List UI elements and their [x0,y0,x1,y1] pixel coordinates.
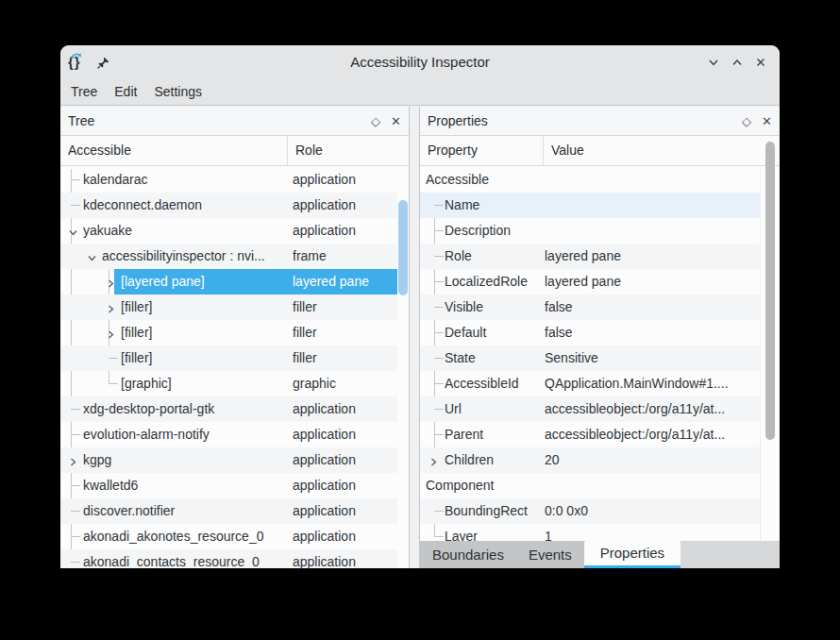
float-panel-icon[interactable]: ◇ [742,115,751,127]
tree-row[interactable]: akonadi_akonotes_resource_0application [60,524,397,549]
property-value: QApplication.MainWindow#1.... [545,371,758,396]
property-name: LocalizedRole [445,269,543,295]
property-value: 1 [545,524,758,541]
tree-scrollbar[interactable] [397,167,410,568]
property-row[interactable]: Visiblefalse [420,295,760,320]
accessibility-inspector-window: {} Accessibility Inspector [60,45,780,568]
tree-scrollbar-handle[interactable] [398,200,408,295]
tree-item-name: kwalletd6 [83,473,292,498]
close-button[interactable] [753,55,768,70]
tree-row[interactable]: [filler]filler [60,320,397,345]
property-row[interactable]: StateSensitive [420,345,760,371]
property-name: Children [445,447,543,473]
properties-panel-title: Properties [428,107,488,135]
tree-row[interactable]: kdeconnect.daemonapplication [60,193,397,218]
expander-collapsed-icon[interactable] [106,328,116,343]
column-header-cell[interactable]: Accessible [60,136,288,165]
tree-row[interactable]: xdg-desktop-portal-gtkapplication [60,396,397,422]
property-branch-stub [434,383,444,384]
tree-item-name: kalendarac [83,167,292,193]
properties-scrollbar-handle[interactable] [765,142,775,440]
tree-branch-stub [71,179,80,180]
property-row[interactable]: Parentaccessibleobject:/org/a11y/at... [420,422,760,447]
float-panel-icon[interactable]: ◇ [371,115,380,127]
property-branch-stub [434,230,444,231]
property-row[interactable]: Layer1 [420,524,760,541]
property-name: Component [426,473,543,498]
tree-row[interactable]: kwalletd6application [60,473,397,498]
tree-row[interactable]: kgpgapplication [60,447,397,473]
properties-panel-titlebar[interactable]: Properties ◇ ✕ [420,107,780,136]
tree-row[interactable]: [graphic]graphic [60,371,397,396]
tree-row[interactable]: [layered pane]layered pane [60,269,397,295]
tree-row[interactable]: [filler]filler [60,295,397,320]
property-name: AccessibleId [445,371,543,396]
tree-row[interactable]: kalendaracapplication [60,167,397,193]
property-name: State [445,345,543,371]
close-panel-icon[interactable]: ✕ [762,115,772,127]
property-value: layered pane [545,244,758,269]
tree-row[interactable]: akonadi_contacts_resource_0application [60,549,397,568]
tree-panel-titlebar[interactable]: Tree ◇ ✕ [60,107,409,136]
tree-item-role: application [293,498,395,524]
property-row[interactable]: Urlaccessibleobject:/org/a11y/at... [420,396,760,422]
column-header-cell[interactable]: Property [420,136,544,165]
minimize-button[interactable] [706,55,721,70]
property-name: Description [445,218,543,244]
tree-item-role: filler [293,295,395,320]
tab-properties[interactable]: Properties [584,541,680,568]
property-row[interactable]: Name [420,193,760,218]
expander-expanded-icon[interactable] [68,226,78,241]
property-branch-stub [434,205,444,206]
property-name: Default [445,320,543,345]
titlebar[interactable]: {} Accessibility Inspector [60,45,780,79]
tab-boundaries[interactable]: Boundaries [420,541,516,568]
tree-item-role: application [293,218,395,244]
menubar: TreeEditSettings [60,79,780,106]
tree-item-name: [graphic] [121,371,292,396]
property-branch-stub [434,281,444,282]
property-row[interactable]: Defaultfalse [420,320,760,345]
main-area: Tree ◇ ✕ AccessibleRole kalendaracapplic… [60,107,780,568]
property-branch-stub [434,409,444,410]
menu-tree[interactable]: Tree [62,79,106,105]
expander-collapsed-icon[interactable] [106,302,116,317]
expander-collapsed-icon[interactable] [68,455,78,470]
tree-item-role: filler [293,345,395,371]
properties-column-header[interactable]: PropertyValue [420,136,780,166]
property-branch-stub [434,536,444,537]
properties-scrollbar[interactable] [760,167,780,568]
tree-row[interactable]: [filler]filler [60,345,397,371]
expander-expanded-icon[interactable] [87,251,97,266]
tree-item-role: layered pane [293,269,395,295]
tree-item-name: kdeconnect.daemon [83,193,292,218]
tree-item-role: application [293,549,395,568]
tree-row[interactable]: yakuakeapplication [60,218,397,244]
property-row[interactable]: AccessibleIdQApplication.MainWindow#1...… [420,371,760,396]
property-row[interactable]: LocalizedRolelayered pane [420,269,760,295]
maximize-button[interactable] [730,55,745,70]
property-row[interactable]: Description [420,218,760,244]
column-header-cell[interactable]: Value [544,136,780,165]
property-row[interactable]: Children20 [420,447,760,473]
close-panel-icon[interactable]: ✕ [391,115,401,127]
property-row[interactable]: Accessible [420,167,760,193]
column-header-cell[interactable]: Role [288,136,409,165]
tree-row[interactable]: discover.notifierapplication [60,498,397,524]
tree-column-header[interactable]: AccessibleRole [60,136,409,166]
menu-edit[interactable]: Edit [106,79,145,105]
bottom-tab-bar: BoundariesEventsProperties [420,541,780,568]
tab-events[interactable]: Events [516,541,584,568]
window-title: Accessibility Inspector [60,45,780,79]
property-row[interactable]: BoundingRect0:0 0x0 [420,498,760,524]
tree-item-name: akonadi_akonotes_resource_0 [83,524,292,549]
tree-row[interactable]: accessibilityinspector : nvi...frame [60,244,397,269]
property-row[interactable]: Rolelayered pane [420,244,760,269]
property-row[interactable]: Component [420,473,760,498]
menu-settings[interactable]: Settings [145,79,210,105]
tree-item-role: frame [293,244,395,269]
tree-row[interactable]: evolution-alarm-notifyapplication [60,422,397,447]
panel-splitter[interactable] [410,107,419,568]
expander-collapsed-icon[interactable] [106,277,116,292]
expander-collapsed-icon[interactable] [428,455,439,470]
